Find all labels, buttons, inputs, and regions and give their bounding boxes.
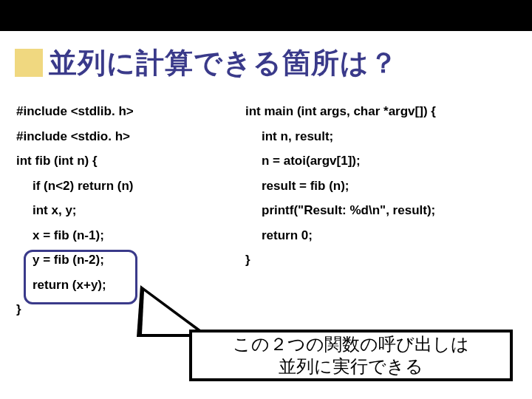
slide: 並列に計算できる箇所は？ #include <stdlib. h> int ma… — [0, 31, 532, 399]
code-left-7: return (x+y); — [16, 273, 245, 298]
code-right-1: int n, result; — [245, 124, 514, 149]
code-right-2: n = atoi(argv[1]); — [245, 149, 514, 174]
code-right-6: } — [245, 248, 514, 273]
title-block: 並列に計算できる箇所は？ — [15, 49, 398, 77]
code-left-2: int fib (int n) { — [16, 149, 245, 174]
code-right-0: int main (int args, char *argv[]) { — [245, 99, 514, 124]
code-left-3: if (n<2) return (n) — [16, 174, 245, 199]
callout-line1: この２つの関数の呼び出しは — [233, 333, 469, 355]
code-left-8: } — [16, 297, 245, 322]
callout-line2: 並列に実行できる — [279, 355, 423, 378]
code-left-6: y = fib (n-2); — [16, 248, 245, 273]
code-area: #include <stdlib. h> int main (int args,… — [16, 99, 514, 322]
callout-box: この２つの関数の呼び出しは 並列に実行できる — [189, 330, 513, 381]
code-left-4: int x, y; — [16, 198, 245, 223]
code-left-0: #include <stdlib. h> — [16, 99, 245, 124]
code-left-5: x = fib (n-1); — [16, 223, 245, 248]
code-right-3: result = fib (n); — [245, 174, 514, 199]
slide-title: 並列に計算できる箇所は？ — [49, 49, 398, 77]
code-left-1: #include <stdio. h> — [16, 124, 245, 149]
code-right-5: return 0; — [245, 223, 514, 248]
code-right-4: printf("Result: %d\n", result); — [245, 198, 514, 223]
title-bullet-square — [15, 49, 43, 77]
